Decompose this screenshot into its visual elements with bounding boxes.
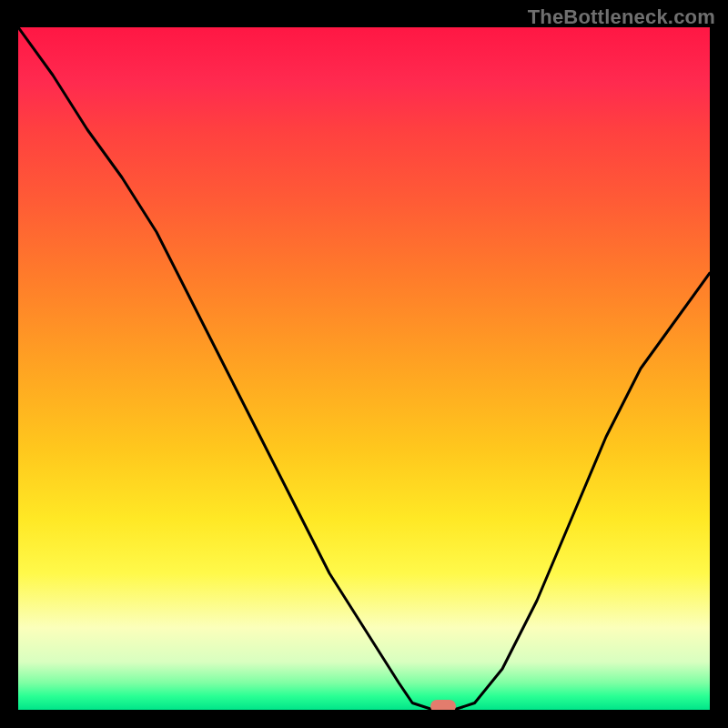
watermark-text: TheBottleneck.com [528,5,715,29]
curve-svg [18,27,710,710]
optimal-point-marker [430,700,456,710]
plot-area [18,27,710,710]
bottleneck-curve [18,27,710,710]
chart-frame: TheBottleneck.com [0,0,728,728]
